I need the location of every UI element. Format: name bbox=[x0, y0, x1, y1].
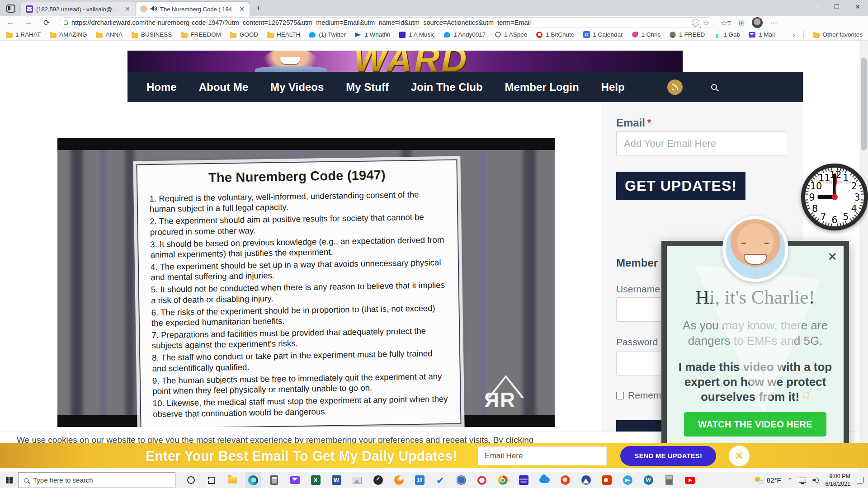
tab-close-icon[interactable]: ✕ bbox=[123, 5, 132, 13]
bookmark-chris[interactable]: 1 Chris bbox=[631, 31, 660, 38]
banner-close-icon[interactable]: ✕ bbox=[729, 446, 750, 466]
word-icon[interactable]: W bbox=[331, 475, 342, 486]
bookmark-calendar[interactable]: 171 Calendar bbox=[583, 31, 623, 38]
bookmark-folder[interactable]: GOOD bbox=[230, 31, 258, 38]
nav-my-stuff[interactable]: My Stuff bbox=[346, 81, 389, 94]
banner-email-input[interactable] bbox=[478, 446, 607, 465]
office-icon[interactable] bbox=[601, 475, 612, 486]
nav-help[interactable]: Help bbox=[601, 81, 625, 94]
bookmark-andy[interactable]: 1 Andy0017 bbox=[443, 31, 486, 38]
scrollbar-thumb[interactable] bbox=[861, 58, 867, 150]
bookmark-folder[interactable]: BUSINESS bbox=[131, 31, 172, 38]
popup-close-icon[interactable]: ✕ bbox=[827, 251, 837, 263]
favorites-bar-icon[interactable]: ☆≡ bbox=[721, 19, 731, 27]
onedrive-icon[interactable] bbox=[539, 475, 550, 486]
url-text[interactable]: https://drcharlieward.com/the-nuremberg-… bbox=[71, 19, 688, 26]
refresh-icon[interactable]: ⟳ bbox=[41, 17, 52, 28]
bookmark-mail[interactable]: 1 Mail bbox=[749, 31, 775, 38]
watch-video-button[interactable]: WATCH THE VIDEO HERE bbox=[684, 412, 826, 436]
banner-heading: Enter Your Best Email To Get My Daily Up… bbox=[146, 448, 457, 464]
site-search-icon[interactable] bbox=[711, 84, 717, 90]
orange-browser-icon[interactable] bbox=[393, 475, 404, 486]
close-window-button[interactable]: ✕ bbox=[847, 0, 868, 14]
opera-icon[interactable] bbox=[476, 475, 487, 486]
bookmark-twitter[interactable]: (1) Twitter bbox=[309, 31, 346, 38]
taskbar-search-input[interactable] bbox=[33, 476, 151, 484]
calculator-icon[interactable] bbox=[269, 475, 279, 486]
network-icon[interactable] bbox=[799, 478, 806, 483]
taskbar-date: 6/18/2021 bbox=[825, 480, 850, 488]
bookmark-gab[interactable]: g1 Gab bbox=[713, 31, 740, 38]
email-input[interactable] bbox=[616, 131, 787, 155]
bookmark-folder[interactable]: FREEDOM bbox=[180, 31, 221, 38]
telegram-icon[interactable] bbox=[622, 475, 633, 486]
file-explorer-icon[interactable] bbox=[227, 475, 238, 486]
nav-join-the-club[interactable]: Join The Club bbox=[411, 81, 483, 94]
mail-app-icon[interactable] bbox=[289, 475, 300, 486]
edge-icon[interactable] bbox=[248, 475, 259, 486]
remember-me-checkbox[interactable] bbox=[616, 392, 624, 399]
nav-about-me[interactable]: About Me bbox=[199, 81, 248, 94]
mountain-app-icon[interactable] bbox=[580, 475, 591, 486]
speedtest-icon[interactable] bbox=[373, 475, 383, 486]
photo-app-icon[interactable] bbox=[664, 475, 675, 486]
collections-icon[interactable]: ⊞ bbox=[739, 19, 745, 27]
action-center-icon[interactable] bbox=[857, 477, 863, 483]
bookmark-music[interactable]: 1 A Music bbox=[399, 31, 435, 38]
minimize-button[interactable] bbox=[806, 0, 826, 14]
task-view-icon[interactable] bbox=[206, 475, 217, 486]
bookmark-folder[interactable]: AMAZING bbox=[49, 31, 87, 38]
start-button[interactable] bbox=[0, 472, 18, 488]
amazon-music-icon[interactable]: amazonmusic bbox=[518, 475, 529, 486]
taskbar-search[interactable] bbox=[18, 472, 175, 488]
tab-actions-icon[interactable] bbox=[6, 5, 15, 13]
bookmark-folder[interactable]: ANNA bbox=[96, 31, 123, 38]
bookmark-freed[interactable]: 1 FREED bbox=[669, 31, 705, 38]
rss-icon[interactable] bbox=[667, 80, 683, 95]
back-icon[interactable]: ← bbox=[5, 17, 16, 28]
volume-icon[interactable] bbox=[812, 478, 819, 483]
other-favorites[interactable]: Other favorites bbox=[812, 31, 863, 38]
username-label: Username bbox=[616, 284, 660, 295]
settings-more-icon[interactable]: ⋯ bbox=[770, 19, 777, 27]
bookmark-aspee[interactable]: 1 ASpee bbox=[494, 31, 527, 38]
video-player[interactable]: The Nuremberg Code (1947) 1. Required is… bbox=[57, 138, 555, 427]
nav-my-videos[interactable]: My Videos bbox=[270, 81, 324, 94]
letterbox-top bbox=[57, 138, 555, 150]
tab-nuremberg[interactable]: The Nuremberg Code ( 194 ✕ bbox=[136, 2, 250, 16]
url-field[interactable]: https://drcharlieward.com/the-nuremberg-… bbox=[59, 17, 714, 28]
forward-icon[interactable]: → bbox=[23, 17, 34, 28]
add-favorite-icon[interactable]: ☆ bbox=[703, 19, 709, 27]
tray-chevron-icon[interactable]: ⌃ bbox=[788, 477, 793, 484]
cortana-icon[interactable] bbox=[185, 475, 196, 486]
page-scrollbar[interactable] bbox=[859, 41, 868, 472]
send-updates-button[interactable]: SEND ME UPDATES! bbox=[620, 446, 716, 466]
tab-mail[interactable]: (182,592 unread) - valisalo@yah ✕ bbox=[21, 2, 135, 16]
cookies-blocked-icon[interactable]: ✕ bbox=[692, 19, 699, 27]
photos-icon[interactable] bbox=[352, 475, 363, 486]
weather-widget[interactable]: 82°F bbox=[755, 476, 781, 484]
tab-close-icon[interactable]: ✕ bbox=[238, 5, 246, 13]
excel-icon[interactable]: X bbox=[310, 475, 321, 486]
nav-home[interactable]: Home bbox=[146, 81, 177, 94]
maximize-button[interactable] bbox=[826, 0, 847, 14]
get-updates-button[interactable]: GET UPDATES! bbox=[616, 172, 745, 200]
todo-check-icon[interactable]: ✔ bbox=[435, 475, 446, 486]
tab-audio-icon[interactable] bbox=[151, 6, 157, 13]
bookmark-bitchute[interactable]: 1 BitChute bbox=[536, 31, 574, 38]
taskbar-clock[interactable]: 9:00 PM 6/18/2021 bbox=[825, 473, 850, 488]
profile-avatar[interactable] bbox=[752, 17, 763, 28]
bookmark-folder[interactable]: 1 RAHAT bbox=[5, 31, 41, 38]
wordpress-icon[interactable]: W bbox=[643, 475, 654, 486]
bookmarks-overflow-icon[interactable]: › bbox=[793, 31, 795, 38]
calendar-app-icon[interactable]: 10 bbox=[414, 475, 425, 486]
bookmark-whatfin[interactable]: 1 Whatfin bbox=[354, 31, 390, 38]
brave-icon[interactable] bbox=[560, 475, 571, 486]
bookmark-folder[interactable]: HEALTH bbox=[267, 31, 300, 38]
new-tab-button[interactable]: + bbox=[252, 2, 265, 14]
nav-member-login[interactable]: Member Login bbox=[505, 81, 579, 94]
chrome-icon[interactable] bbox=[497, 475, 508, 486]
globe-app-icon[interactable] bbox=[456, 475, 467, 486]
youtube-icon[interactable] bbox=[684, 475, 695, 486]
lock-icon[interactable] bbox=[64, 22, 68, 25]
